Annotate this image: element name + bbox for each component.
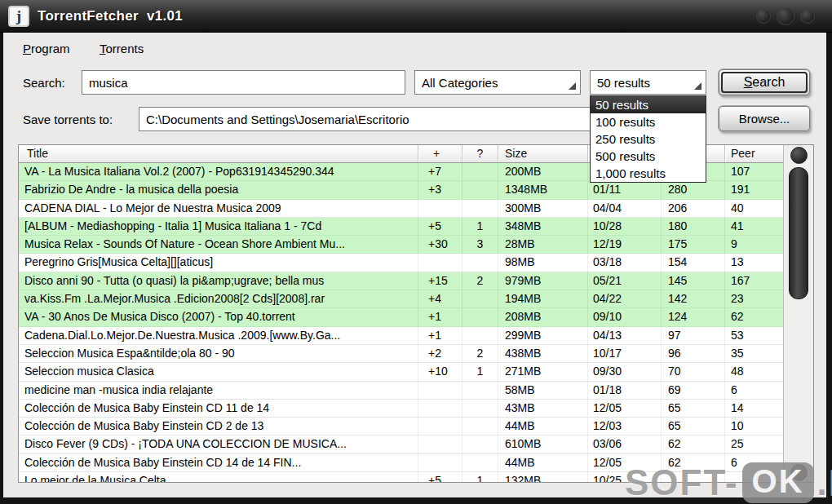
- cell-q: 1: [462, 472, 498, 483]
- minimize-button[interactable]: [756, 9, 771, 24]
- cell-size: 1348MB: [498, 181, 588, 198]
- cell-q: [462, 181, 498, 198]
- cell-peer: 40: [725, 200, 784, 217]
- table-row[interactable]: va.Kiss.Fm .La.Mejor.Musica .Edicion2008…: [19, 290, 813, 308]
- table-row[interactable]: Fabrizio De Andre - la musica della poes…: [19, 181, 813, 199]
- results-option[interactable]: 250 results: [591, 130, 706, 148]
- menu-torrents-label: orrents: [106, 42, 144, 55]
- scrollbar[interactable]: [783, 145, 813, 482]
- search-button[interactable]: Search: [719, 69, 810, 95]
- table-row[interactable]: Colección de Musica Baby Einstein CD 2 d…: [19, 418, 813, 435]
- cell-plus: [418, 200, 462, 217]
- table-row[interactable]: Colección de Musica Baby Einstein CD 11 …: [19, 400, 813, 418]
- cell-size: 58MB: [498, 382, 588, 399]
- cell-seed: 97: [662, 327, 725, 344]
- cell-date: 10/28: [588, 218, 662, 235]
- cell-peer: 25: [725, 435, 784, 453]
- column-header-title[interactable]: Title: [19, 145, 418, 162]
- table-row[interactable]: Peregrino Gris[Musica Celta][][aticus]98…: [19, 254, 813, 272]
- cell-date: 12/03: [588, 418, 662, 435]
- cell-peer: 35: [725, 345, 784, 362]
- cell-plus: [418, 254, 462, 271]
- cell-peer: 62: [725, 308, 784, 325]
- results-option[interactable]: 1,000 results: [591, 165, 706, 182]
- table-row[interactable]: CADENA DIAL - Lo Mejor de Nuestra Musica…: [19, 200, 813, 218]
- app-window: j TorrentFetcher v1.01 Program Torrents …: [0, 0, 832, 504]
- cell-size: 43MB: [498, 400, 588, 417]
- cell-plus: +4: [418, 290, 462, 307]
- maximize-button[interactable]: [777, 7, 794, 25]
- cell-date: 09/10: [588, 308, 662, 325]
- results-option[interactable]: 100 results: [591, 113, 706, 130]
- column-header-plus[interactable]: +: [418, 145, 462, 162]
- table-row[interactable]: Disco anni 90 - Tutta (o quasi) la pi&am…: [19, 272, 813, 290]
- cell-title: Seleccion musica Clasica: [19, 363, 418, 380]
- table-row[interactable]: Seleccion musica Clasica+101271MB09/3070…: [19, 363, 813, 381]
- cell-peer: 167: [725, 272, 784, 290]
- table-row[interactable]: Disco Fever (9 CDs) - ¡TODA UNA COLECCIO…: [19, 435, 813, 453]
- column-header-q[interactable]: ?: [462, 145, 498, 162]
- search-button-accesskey: S: [744, 75, 753, 89]
- cell-peer: 107: [725, 163, 784, 180]
- cell-date: 04/04: [588, 200, 662, 217]
- table-row[interactable]: VA - 30 Anos De Musica Disco (2007) - To…: [19, 308, 813, 326]
- cell-title: Peregrino Gris[Musica Celta][][aticus]: [19, 254, 418, 271]
- browse-button[interactable]: Browse...: [719, 106, 810, 131]
- cell-size: 98MB: [498, 254, 588, 271]
- results-option[interactable]: 500 results: [591, 148, 706, 165]
- cell-q: 3: [462, 236, 498, 253]
- watermark-ok-badge: OK: [742, 462, 814, 503]
- search-input[interactable]: [82, 70, 405, 95]
- scrollbar-thumb[interactable]: [789, 167, 808, 299]
- window-border-right: [826, 31, 832, 504]
- window-title: TorrentFetcher v1.01: [38, 8, 183, 24]
- menu-torrents[interactable]: Torrents: [100, 42, 144, 55]
- watermark-text-right: .NET: [817, 462, 832, 503]
- table-row[interactable]: [ALBUM - Mediashopping - Italia 1] Music…: [19, 218, 813, 236]
- cell-size: 132MB: [498, 472, 588, 483]
- cell-size: 28MB: [498, 236, 588, 253]
- cell-title: Cadena.Dial.Lo.Mejor.De.Nuestra.Musica .…: [19, 327, 418, 344]
- cell-date: 01/11: [588, 181, 662, 198]
- cell-plus: +2: [418, 345, 462, 362]
- results-option[interactable]: 50 results: [591, 96, 706, 113]
- cell-size: 208MB: [498, 308, 588, 325]
- menu-program[interactable]: Program: [23, 42, 70, 55]
- column-header-peer[interactable]: Peer: [725, 145, 784, 162]
- cell-title: Colección de Musica Baby Einstein CD 14 …: [19, 454, 418, 471]
- cell-plus: +30: [418, 236, 462, 253]
- results-count-select[interactable]: 50 results: [590, 70, 706, 95]
- cell-size: 44MB: [498, 418, 588, 435]
- cell-peer: 48: [725, 363, 784, 380]
- cell-q: [462, 308, 498, 325]
- cell-date: 12/05: [588, 400, 662, 417]
- close-button[interactable]: [800, 9, 815, 24]
- cell-seed: 62: [662, 435, 725, 453]
- column-header-size[interactable]: Size: [498, 145, 588, 162]
- cell-q: 1: [462, 363, 498, 380]
- table-row[interactable]: Musica Relax - Sounds Of Nature - Ocean …: [19, 236, 813, 254]
- cell-title: Disco Fever (9 CDs) - ¡TODA UNA COLECCIO…: [19, 435, 418, 453]
- cell-title: medicine man -musica india relajante: [19, 382, 418, 399]
- cell-size: 271MB: [498, 363, 588, 380]
- table-row[interactable]: Seleccion Musica Espa&ntilde;ola 80 - 90…: [19, 345, 813, 363]
- cell-date: 04/22: [588, 290, 662, 307]
- cell-title: VA - La Musica Italiana Vol.2 (2007) - P…: [19, 163, 418, 180]
- cell-seed: 206: [662, 200, 725, 217]
- cell-peer: 14: [725, 400, 784, 417]
- cell-q: [462, 290, 498, 307]
- cell-plus: [418, 454, 462, 471]
- browse-button-label: Browse...: [739, 112, 790, 126]
- category-select[interactable]: All Categories: [414, 70, 581, 95]
- cell-plus: +3: [418, 181, 462, 198]
- cell-title: Colección de Musica Baby Einstein CD 11 …: [19, 400, 418, 417]
- scroll-up-button[interactable]: [790, 147, 808, 164]
- table-row[interactable]: Cadena.Dial.Lo.Mejor.De.Nuestra.Musica .…: [19, 327, 813, 345]
- results-count-value: 50 results: [597, 76, 650, 90]
- cell-title: [ALBUM - Mediashopping - Italia 1] Music…: [19, 218, 418, 235]
- search-button-label: earch: [752, 75, 785, 89]
- watermark: SOFT- OK .NET: [625, 462, 832, 503]
- title-bar[interactable]: j TorrentFetcher v1.01: [0, 0, 832, 33]
- table-row[interactable]: medicine man -musica india relajante58MB…: [19, 382, 813, 400]
- cell-title: Seleccion Musica Espa&ntilde;ola 80 - 90: [19, 345, 418, 362]
